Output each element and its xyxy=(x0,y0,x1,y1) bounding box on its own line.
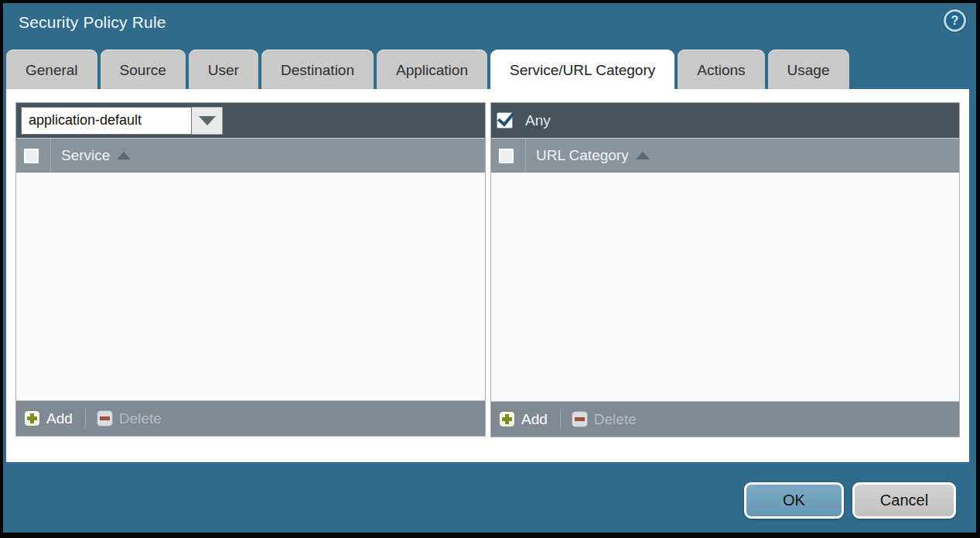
service-delete-button[interactable]: Delete xyxy=(97,410,162,427)
tab-general[interactable]: General xyxy=(6,50,97,89)
tab-destination[interactable]: Destination xyxy=(261,50,374,89)
minus-icon xyxy=(97,410,113,427)
add-button-label: Add xyxy=(46,410,73,427)
url-category-delete-button[interactable]: Delete xyxy=(572,411,637,428)
service-panel: Service Add Delete xyxy=(15,102,486,437)
service-list xyxy=(16,173,485,400)
tab-application[interactable]: Application xyxy=(377,50,487,89)
sort-asc-icon[interactable] xyxy=(636,152,650,159)
tab-bar: General Source User Destination Applicat… xyxy=(6,50,849,89)
url-category-select-all-checkbox[interactable] xyxy=(498,148,514,164)
column-separator xyxy=(525,139,526,173)
service-type-input[interactable] xyxy=(21,107,192,135)
cancel-button[interactable]: Cancel xyxy=(852,482,956,519)
url-category-footer: Add Delete xyxy=(491,401,959,437)
plus-icon xyxy=(24,410,40,427)
url-category-column-header[interactable]: URL Category xyxy=(536,147,629,164)
footer-separator xyxy=(85,409,86,429)
service-add-button[interactable]: Add xyxy=(24,410,73,427)
delete-button-label: Delete xyxy=(594,411,637,428)
any-label: Any xyxy=(525,112,551,129)
url-category-table-header: URL Category xyxy=(491,138,959,173)
url-category-panel: Any URL Category Add xyxy=(490,102,960,437)
help-icon[interactable]: ? xyxy=(944,9,966,32)
url-category-toolbar: Any xyxy=(491,103,959,138)
url-category-add-button[interactable]: Add xyxy=(499,411,548,428)
tab-usage[interactable]: Usage xyxy=(768,50,849,89)
delete-button-label: Delete xyxy=(119,410,162,427)
tab-content-service-url-category: Service Add Delete xyxy=(6,89,969,462)
service-table-header: Service xyxy=(16,138,485,173)
service-footer: Add Delete xyxy=(16,400,485,436)
footer-separator xyxy=(560,409,561,430)
chevron-down-icon xyxy=(199,116,216,125)
security-policy-rule-dialog: Security Policy Rule ? General Source Us… xyxy=(3,3,976,533)
tab-user[interactable]: User xyxy=(189,50,258,89)
tab-actions[interactable]: Actions xyxy=(678,50,764,89)
url-category-list xyxy=(491,173,959,401)
tab-service-url-category[interactable]: Service/URL Category xyxy=(490,50,674,89)
column-separator xyxy=(50,139,51,173)
any-checkbox[interactable] xyxy=(497,112,513,129)
ok-button[interactable]: OK xyxy=(744,482,844,519)
tab-source[interactable]: Source xyxy=(101,50,186,89)
dialog-title: Security Policy Rule xyxy=(19,13,166,32)
minus-icon xyxy=(572,411,588,427)
service-select-all-checkbox[interactable] xyxy=(23,148,39,164)
service-type-dropdown xyxy=(21,107,223,135)
sort-asc-icon[interactable] xyxy=(117,152,131,159)
screen: Security Policy Rule ? General Source Us… xyxy=(0,0,980,538)
plus-icon xyxy=(499,411,515,427)
service-toolbar xyxy=(16,103,485,138)
service-column-header[interactable]: Service xyxy=(61,147,110,164)
add-button-label: Add xyxy=(521,411,548,428)
service-type-dropdown-button[interactable] xyxy=(192,107,223,135)
